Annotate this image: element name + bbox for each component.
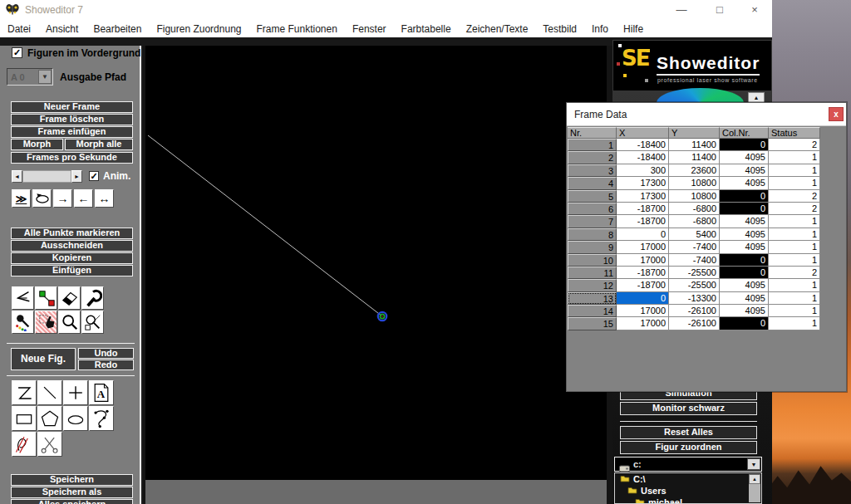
status-cell[interactable]: 1 xyxy=(769,151,820,164)
y-cell[interactable]: -7400 xyxy=(669,241,720,253)
segment-tool-icon[interactable] xyxy=(35,286,57,310)
button-frame-einfügen[interactable]: Frame einfügen xyxy=(11,126,133,138)
arrow-right-icon[interactable]: → xyxy=(53,189,72,208)
row-number-cell[interactable]: 14 xyxy=(568,305,617,317)
morph-button[interactable]: Morph xyxy=(11,139,63,150)
menu-item-testbild[interactable]: Testbild xyxy=(543,23,577,35)
y-cell[interactable]: 23600 xyxy=(669,164,720,177)
line-shape-icon[interactable] xyxy=(37,380,62,405)
y-cell[interactable]: -6800 xyxy=(669,215,720,228)
colnr-cell[interactable]: 0 xyxy=(720,267,769,279)
colnr-cell[interactable]: 4095 xyxy=(720,305,769,317)
menu-item-figuren-zuordnung[interactable]: Figuren Zuordnung xyxy=(156,23,241,35)
close-button[interactable]: × xyxy=(736,0,772,20)
x-cell[interactable]: -18700 xyxy=(617,215,669,228)
colnr-cell[interactable]: 4095 xyxy=(720,215,769,228)
button-kopieren[interactable]: Kopieren xyxy=(11,252,133,264)
color-pin-tool-icon[interactable] xyxy=(12,311,34,334)
morph-all-button[interactable]: Morph alle xyxy=(65,139,133,150)
y-cell[interactable]: -6800 xyxy=(669,203,720,215)
status-cell[interactable]: 2 xyxy=(769,139,820,151)
status-cell[interactable]: 1 xyxy=(769,241,820,253)
colnr-cell[interactable]: 4095 xyxy=(720,279,769,291)
x-cell[interactable]: 0 xyxy=(617,292,669,305)
x-cell[interactable]: 17300 xyxy=(617,190,669,203)
y-cell[interactable]: 11400 xyxy=(669,139,720,151)
colnr-cell[interactable]: 0 xyxy=(720,317,769,330)
row-number-cell[interactable]: 13 xyxy=(568,292,617,305)
menu-item-farbtabelle[interactable]: Farbtabelle xyxy=(401,23,451,35)
status-cell[interactable]: 2 xyxy=(769,190,820,203)
colnr-cell[interactable]: 4095 xyxy=(720,177,769,189)
menu-item-zeichen-texte[interactable]: Zeichen/Texte xyxy=(466,23,529,35)
text-shape-icon[interactable]: A xyxy=(89,380,114,405)
dialog-title-bar[interactable]: Frame Data x xyxy=(567,103,846,126)
zoom-area-tool-icon[interactable] xyxy=(81,311,104,334)
status-cell[interactable]: 1 xyxy=(769,305,820,317)
y-cell[interactable]: 11400 xyxy=(669,151,720,164)
status-cell[interactable]: 1 xyxy=(769,292,820,305)
button-speichern[interactable]: Speichern xyxy=(11,474,133,486)
button-speichern-als[interactable]: Speichern als xyxy=(11,487,133,498)
figures-foreground-checkbox[interactable]: ✓ xyxy=(12,47,22,58)
colnr-cell[interactable]: 0 xyxy=(720,254,769,267)
column-header[interactable]: X xyxy=(617,127,669,139)
drawing-canvas[interactable] xyxy=(145,46,607,480)
button-ausschneiden[interactable]: Ausschneiden xyxy=(11,240,133,252)
reset-all-button[interactable]: Reset Alles xyxy=(620,426,757,439)
scroll-up-icon[interactable]: ▲ xyxy=(749,474,760,484)
status-cell[interactable]: 1 xyxy=(769,317,820,330)
row-number-cell[interactable]: 2 xyxy=(568,151,617,164)
row-number-cell[interactable]: 12 xyxy=(568,279,617,291)
zoom-in-tool-icon[interactable] xyxy=(58,311,81,334)
status-cell[interactable]: 1 xyxy=(769,164,820,177)
menu-item-frame-funktionen[interactable]: Frame Funktionen xyxy=(257,23,337,35)
x-cell[interactable]: -18400 xyxy=(617,139,669,151)
folder-item[interactable]: Users xyxy=(615,485,761,497)
menu-item-datei[interactable]: Datei xyxy=(7,23,31,35)
scroll-right-icon[interactable]: ► xyxy=(71,170,82,183)
colnr-cell[interactable]: 4095 xyxy=(720,228,769,241)
colnr-cell[interactable]: 4095 xyxy=(720,292,769,305)
button-alles-speichern[interactable]: Alles speichern xyxy=(11,499,133,504)
row-number-cell[interactable]: 4 xyxy=(568,177,617,189)
row-number-cell[interactable]: 11 xyxy=(568,267,617,279)
column-header[interactable]: Y xyxy=(669,127,720,139)
monitor-black-button[interactable]: Monitor schwarz xyxy=(620,402,757,415)
wrench-tool-icon[interactable] xyxy=(81,286,104,310)
skip-icon[interactable]: ≫ xyxy=(12,189,31,208)
y-cell[interactable]: 10800 xyxy=(669,190,720,203)
angle-tool-icon[interactable] xyxy=(12,286,34,310)
y-cell[interactable]: -7400 xyxy=(669,254,720,267)
button-neuer-frame[interactable]: Neuer Frame xyxy=(11,101,133,113)
cut-shape-icon[interactable] xyxy=(37,432,62,457)
status-cell[interactable]: 1 xyxy=(769,279,820,291)
row-number-cell[interactable]: 9 xyxy=(568,241,617,253)
folder-item[interactable]: C:\ xyxy=(615,473,761,485)
column-header[interactable]: Status xyxy=(769,127,820,139)
colnr-cell[interactable]: 4095 xyxy=(720,241,769,253)
hand-select-tool-icon[interactable] xyxy=(35,311,57,334)
x-cell[interactable]: 17000 xyxy=(617,317,669,330)
dialog-close-button[interactable]: x xyxy=(829,107,844,121)
x-cell[interactable]: -18700 xyxy=(617,203,669,215)
menu-item-bearbeiten[interactable]: Bearbeiten xyxy=(93,23,141,35)
freehand-shape-icon[interactable] xyxy=(12,432,37,457)
colnr-cell[interactable]: 4095 xyxy=(720,151,769,164)
frame-scrollbar-track[interactable] xyxy=(22,170,71,183)
colnr-cell[interactable]: 0 xyxy=(720,190,769,203)
row-number-cell[interactable]: 10 xyxy=(568,254,617,267)
folder-item[interactable]: michael xyxy=(615,497,761,504)
button-alle-punkte-markieren[interactable]: Alle Punkte markieren xyxy=(11,228,133,239)
row-number-cell[interactable]: 7 xyxy=(568,215,617,228)
x-cell[interactable]: -18400 xyxy=(617,151,669,164)
row-number-cell[interactable]: 3 xyxy=(568,164,617,177)
loop-icon[interactable] xyxy=(32,189,52,208)
button-einfügen[interactable]: Einfügen xyxy=(11,265,133,276)
scroll-left-icon[interactable]: ◄ xyxy=(12,170,22,183)
y-cell[interactable]: -26100 xyxy=(669,317,720,330)
x-cell[interactable]: 17000 xyxy=(617,305,669,317)
polyline-shape-icon[interactable] xyxy=(12,380,37,405)
point-shape-icon[interactable] xyxy=(63,380,88,405)
chevron-down-icon[interactable]: ▼ xyxy=(38,70,52,84)
